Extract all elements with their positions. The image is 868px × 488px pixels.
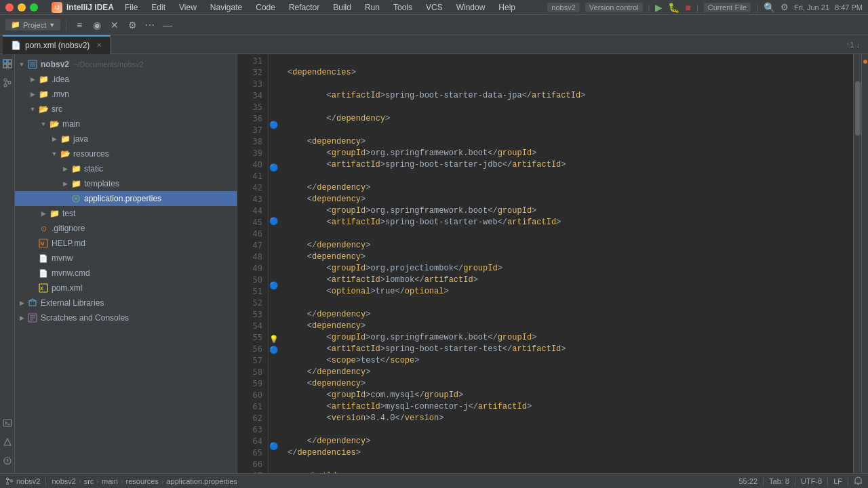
tree-item-pomxml[interactable]: X pom.xml [15,281,237,296]
vcs-panel-icon[interactable] [1,76,14,89]
folder-icon-main: 📂 [49,119,60,129]
gutter-67-breakpoint[interactable]: 🔵 [269,441,279,452]
hide-panel-button[interactable]: — [160,18,175,33]
breadcrumb-src[interactable]: src [84,477,94,485]
main-content: nobsv2 ~/Documents/nobsv2 📁 .idea 📁 .mvn… [0,54,868,473]
menu-view[interactable]: View [176,1,199,14]
tree-item-test[interactable]: 📁 test [15,206,237,221]
gutter-63 [269,399,279,409]
scratches-label: Scratches and Consoles [41,313,129,323]
menu-help[interactable]: Help [496,1,518,14]
more-options-icon[interactable]: ⋯ [142,18,157,33]
build-panel-icon[interactable] [1,435,14,449]
breadcrumb-project[interactable]: nobsv2 [52,477,75,485]
status-line-endings[interactable]: LF [833,477,842,485]
code-editor[interactable]: <dependencies> <artifactId>spring-boot-s… [282,54,853,473]
tree-item-src[interactable]: 📂 src [15,102,237,117]
branch-label[interactable]: Version control [585,3,643,12]
menu-file[interactable]: File [122,1,140,14]
tree-item-resources[interactable]: 📂 resources [15,146,237,161]
gutter-58-breakpoint[interactable]: 🔵 [269,345,279,356]
tree-item-main[interactable]: 📂 main [15,117,237,131]
tab-pom-xml[interactable]: 📄 pom.xml (nobsv2) ✕ [3,35,111,54]
terminal-icon[interactable] [1,416,14,430]
gutter-61 [269,377,279,388]
search-everywhere-icon[interactable]: 🔍 [764,2,775,13]
status-line-col[interactable]: 55:22 [738,477,757,485]
minimize-button[interactable] [18,3,26,12]
src-label: src [52,104,62,114]
gutter-44 [269,195,279,205]
project-dropdown[interactable]: 📁 Project ▼ [5,19,60,30]
status-divider-1 [45,476,46,486]
tree-item-mvnwcmd[interactable]: 📄 mvnw.cmd [15,266,237,281]
status-encoding[interactable]: UTF-8 [801,477,822,485]
status-branch[interactable]: nobsv2 [5,477,40,485]
gitignore-label: .gitignore [52,224,85,233]
tab-close-icon[interactable]: ✕ [96,41,102,49]
collapse-all-button[interactable]: ≡ [72,18,87,33]
gutter-37-breakpoint[interactable]: 🔵 [269,120,279,131]
tree-item-application-properties[interactable]: application.properties [15,191,237,206]
menu-code[interactable]: Code [253,1,278,14]
status-indent[interactable]: Tab: 8 [769,477,789,485]
tree-item-scratches[interactable]: Scratches and Consoles [15,310,237,325]
gutter-41-breakpoint[interactable]: 🔵 [269,163,279,174]
tree-item-mvnw[interactable]: 📄 mvnw [15,251,237,266]
stop-button[interactable]: ■ [685,2,690,13]
close-button[interactable] [5,3,14,12]
test-label: test [62,209,75,218]
settings-icon[interactable]: ⚙ [781,2,789,12]
close-panel-button[interactable]: ✕ [107,18,122,33]
scrollbar-thumb[interactable] [855,81,861,136]
breadcrumb-file[interactable]: application.properties [166,477,237,485]
gutter-40 [269,152,279,163]
sidebar-tree: nobsv2 ~/Documents/nobsv2 📁 .idea 📁 .mvn… [15,54,237,473]
menu-window[interactable]: Window [454,1,488,14]
project-panel-icon[interactable] [1,57,14,70]
main-label: main [62,119,80,129]
gutter-46-breakpoint[interactable]: 🔵 [269,216,279,227]
editor-scrollbar[interactable] [853,54,861,473]
breadcrumb-main[interactable]: main [102,477,118,485]
tree-item-ext-libs[interactable]: External Libraries [15,296,237,310]
tree-arrow-test [39,209,47,218]
menu-refactor[interactable]: Refactor [286,1,322,14]
tree-arrow-main [39,120,47,128]
gear-icon[interactable]: ⚙ [125,18,140,33]
event-log-icon[interactable] [1,454,14,468]
sidebar: nobsv2 ~/Documents/nobsv2 📁 .idea 📁 .mvn… [15,54,237,473]
tree-item-templates[interactable]: 📁 templates [15,176,237,191]
menu-edit[interactable]: Edit [149,1,168,14]
gutter-57-bulb[interactable]: 💡 [269,334,279,345]
java-label: java [73,134,88,144]
line-endings-label: LF [833,477,842,485]
tree-item-static[interactable]: 📁 static [15,161,237,176]
maximize-button[interactable] [30,3,38,12]
tree-item-gitignore[interactable]: ⊙ .gitignore [15,221,237,236]
tree-item-java[interactable]: 📁 java [15,131,237,146]
gutter-52-breakpoint[interactable]: 🔵 [269,281,279,291]
app-icon: IJ [52,2,62,13]
tree-item-helpmd[interactable]: M HELP.md [15,236,237,251]
menu-build[interactable]: Build [330,1,354,14]
breadcrumb-resources[interactable]: resources [126,477,159,485]
tree-item-mvn[interactable]: 📁 .mvn [15,87,237,102]
scroll-from-source-button[interactable]: ◉ [90,18,104,33]
tree-arrow-mvn [28,90,37,98]
status-notifications[interactable] [854,476,863,485]
debug-button[interactable]: 🐛 [668,2,679,13]
menu-run[interactable]: Run [362,1,382,14]
tree-item-nobsv2[interactable]: nobsv2 ~/Documents/nobsv2 [15,57,237,72]
run-button[interactable]: ▶ [655,2,663,13]
svg-rect-22 [29,301,36,306]
menu-vcs[interactable]: VCS [423,1,446,14]
svg-point-17 [75,197,77,200]
menu-navigate[interactable]: Navigate [208,1,245,14]
menu-tools[interactable]: Tools [391,1,415,14]
static-label: static [84,164,103,174]
gutter-38 [269,131,279,142]
current-file-label[interactable]: Current File [704,3,751,12]
tree-item-idea[interactable]: 📁 .idea [15,72,237,87]
project-label[interactable]: nobsv2 [547,3,579,12]
